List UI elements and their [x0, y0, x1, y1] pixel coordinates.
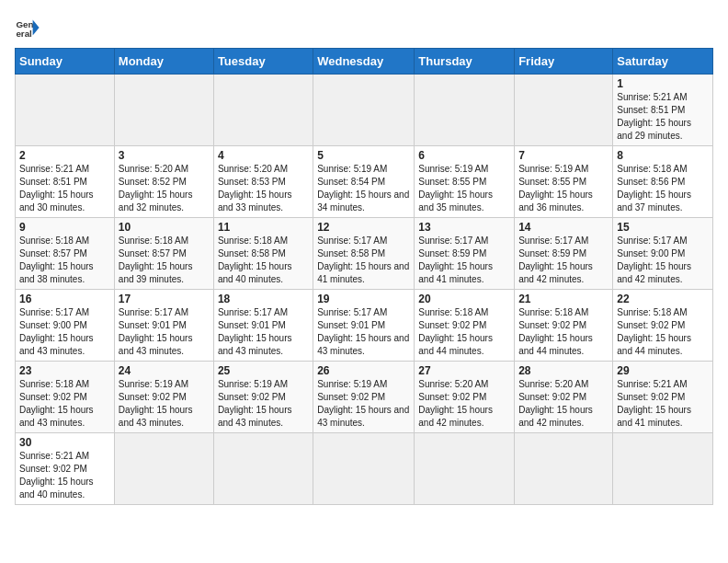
day-info: Sunrise: 5:18 AM Sunset: 8:57 PM Dayligh… [119, 235, 210, 286]
day-number: 1 [617, 77, 709, 90]
day-info: Sunrise: 5:17 AM Sunset: 9:01 PM Dayligh… [317, 306, 410, 358]
calendar: SundayMondayTuesdayWednesdayThursdayFrid… [15, 48, 713, 505]
day-number: 9 [19, 221, 110, 234]
day-number: 18 [218, 293, 309, 305]
calendar-cell: 25Sunrise: 5:19 AM Sunset: 9:02 PM Dayli… [213, 362, 313, 433]
weekday-header-row: SundayMondayTuesdayWednesdayThursdayFrid… [16, 49, 713, 75]
calendar-week-3: 16Sunrise: 5:17 AM Sunset: 9:00 PM Dayli… [16, 290, 713, 362]
day-number: 20 [418, 293, 510, 305]
day-info: Sunrise: 5:19 AM Sunset: 8:55 PM Dayligh… [418, 163, 510, 214]
calendar-week-5: 30Sunrise: 5:21 AM Sunset: 9:02 PM Dayli… [16, 433, 713, 505]
calendar-body: 1Sunrise: 5:21 AM Sunset: 8:51 PM Daylig… [16, 75, 713, 505]
calendar-cell: 17Sunrise: 5:17 AM Sunset: 9:01 PM Dayli… [114, 290, 213, 362]
calendar-cell: 23Sunrise: 5:18 AM Sunset: 9:02 PM Dayli… [16, 362, 115, 433]
day-number: 17 [119, 293, 210, 305]
calendar-cell: 29Sunrise: 5:21 AM Sunset: 9:02 PM Dayli… [613, 362, 713, 433]
weekday-header-sunday: Sunday [16, 49, 115, 75]
day-number: 29 [617, 364, 709, 377]
day-info: Sunrise: 5:17 AM Sunset: 8:59 PM Dayligh… [418, 235, 510, 286]
logo-icon: Gen eral [15, 15, 40, 40]
day-info: Sunrise: 5:20 AM Sunset: 8:52 PM Dayligh… [119, 163, 210, 214]
calendar-cell: 22Sunrise: 5:18 AM Sunset: 9:02 PM Dayli… [613, 290, 713, 362]
calendar-cell: 24Sunrise: 5:19 AM Sunset: 9:02 PM Dayli… [114, 362, 213, 433]
calendar-cell: 4Sunrise: 5:20 AM Sunset: 8:53 PM Daylig… [213, 146, 313, 218]
day-number: 7 [518, 149, 609, 162]
calendar-cell: 9Sunrise: 5:18 AM Sunset: 8:57 PM Daylig… [16, 218, 115, 290]
day-info: Sunrise: 5:21 AM Sunset: 9:02 PM Dayligh… [19, 450, 110, 501]
calendar-cell: 5Sunrise: 5:19 AM Sunset: 8:54 PM Daylig… [313, 146, 415, 218]
calendar-cell: 26Sunrise: 5:19 AM Sunset: 9:02 PM Dayli… [313, 362, 415, 433]
calendar-cell: 18Sunrise: 5:17 AM Sunset: 9:01 PM Dayli… [213, 290, 313, 362]
calendar-header: SundayMondayTuesdayWednesdayThursdayFrid… [16, 49, 713, 75]
calendar-cell [415, 75, 515, 146]
calendar-cell [415, 433, 515, 505]
logo: Gen eral [15, 15, 44, 40]
calendar-cell [114, 75, 213, 146]
day-number: 26 [317, 364, 410, 377]
day-number: 4 [218, 149, 309, 162]
calendar-cell: 30Sunrise: 5:21 AM Sunset: 9:02 PM Dayli… [16, 433, 115, 505]
day-number: 24 [119, 364, 210, 377]
day-info: Sunrise: 5:18 AM Sunset: 9:02 PM Dayligh… [418, 306, 510, 358]
weekday-header-thursday: Thursday [415, 49, 515, 75]
day-info: Sunrise: 5:19 AM Sunset: 8:54 PM Dayligh… [317, 163, 410, 214]
calendar-cell: 7Sunrise: 5:19 AM Sunset: 8:55 PM Daylig… [515, 146, 613, 218]
day-info: Sunrise: 5:21 AM Sunset: 8:51 PM Dayligh… [19, 163, 110, 214]
calendar-cell: 8Sunrise: 5:18 AM Sunset: 8:56 PM Daylig… [613, 146, 713, 218]
calendar-cell: 12Sunrise: 5:17 AM Sunset: 8:58 PM Dayli… [313, 218, 415, 290]
day-number: 23 [19, 364, 110, 377]
day-number: 27 [418, 364, 510, 377]
svg-text:eral: eral [16, 29, 32, 39]
day-info: Sunrise: 5:18 AM Sunset: 8:58 PM Dayligh… [218, 235, 309, 286]
day-info: Sunrise: 5:21 AM Sunset: 9:02 PM Dayligh… [617, 378, 709, 430]
calendar-week-4: 23Sunrise: 5:18 AM Sunset: 9:02 PM Dayli… [16, 362, 713, 433]
calendar-cell: 3Sunrise: 5:20 AM Sunset: 8:52 PM Daylig… [114, 146, 213, 218]
calendar-cell [515, 433, 613, 505]
day-number: 3 [119, 149, 210, 162]
header: Gen eral [15, 15, 713, 40]
calendar-cell [16, 75, 115, 146]
day-number: 16 [19, 293, 110, 305]
calendar-cell [313, 75, 415, 146]
calendar-cell: 19Sunrise: 5:17 AM Sunset: 9:01 PM Dayli… [313, 290, 415, 362]
day-info: Sunrise: 5:19 AM Sunset: 8:55 PM Dayligh… [518, 163, 609, 214]
weekday-header-tuesday: Tuesday [213, 49, 313, 75]
day-number: 21 [518, 293, 609, 305]
calendar-cell: 27Sunrise: 5:20 AM Sunset: 9:02 PM Dayli… [415, 362, 515, 433]
day-number: 19 [317, 293, 410, 305]
day-number: 10 [119, 221, 210, 234]
weekday-header-monday: Monday [114, 49, 213, 75]
day-info: Sunrise: 5:17 AM Sunset: 9:00 PM Dayligh… [19, 306, 110, 358]
calendar-cell [114, 433, 213, 505]
calendar-cell: 6Sunrise: 5:19 AM Sunset: 8:55 PM Daylig… [415, 146, 515, 218]
calendar-cell: 1Sunrise: 5:21 AM Sunset: 8:51 PM Daylig… [613, 75, 713, 146]
calendar-cell [613, 433, 713, 505]
day-info: Sunrise: 5:20 AM Sunset: 9:02 PM Dayligh… [518, 378, 609, 430]
day-info: Sunrise: 5:20 AM Sunset: 8:53 PM Dayligh… [218, 163, 309, 214]
day-info: Sunrise: 5:21 AM Sunset: 8:51 PM Dayligh… [617, 91, 709, 143]
weekday-header-friday: Friday [515, 49, 613, 75]
calendar-cell: 2Sunrise: 5:21 AM Sunset: 8:51 PM Daylig… [16, 146, 115, 218]
day-number: 6 [418, 149, 510, 162]
calendar-cell [213, 433, 313, 505]
calendar-cell: 10Sunrise: 5:18 AM Sunset: 8:57 PM Dayli… [114, 218, 213, 290]
day-info: Sunrise: 5:18 AM Sunset: 8:57 PM Dayligh… [19, 235, 110, 286]
day-number: 12 [317, 221, 410, 234]
calendar-week-0: 1Sunrise: 5:21 AM Sunset: 8:51 PM Daylig… [16, 75, 713, 146]
day-info: Sunrise: 5:17 AM Sunset: 9:01 PM Dayligh… [218, 306, 309, 358]
svg-marker-2 [33, 20, 40, 36]
calendar-cell: 14Sunrise: 5:17 AM Sunset: 8:59 PM Dayli… [515, 218, 613, 290]
day-number: 2 [19, 149, 110, 162]
day-number: 28 [518, 364, 609, 377]
day-number: 15 [617, 221, 709, 234]
day-number: 13 [418, 221, 510, 234]
day-number: 5 [317, 149, 410, 162]
calendar-cell: 15Sunrise: 5:17 AM Sunset: 9:00 PM Dayli… [613, 218, 713, 290]
day-info: Sunrise: 5:19 AM Sunset: 9:02 PM Dayligh… [119, 378, 210, 430]
calendar-cell [313, 433, 415, 505]
day-info: Sunrise: 5:18 AM Sunset: 9:02 PM Dayligh… [617, 306, 709, 358]
day-info: Sunrise: 5:18 AM Sunset: 9:02 PM Dayligh… [518, 306, 609, 358]
day-info: Sunrise: 5:17 AM Sunset: 9:01 PM Dayligh… [119, 306, 210, 358]
day-info: Sunrise: 5:17 AM Sunset: 9:00 PM Dayligh… [617, 235, 709, 286]
calendar-week-1: 2Sunrise: 5:21 AM Sunset: 8:51 PM Daylig… [16, 146, 713, 218]
